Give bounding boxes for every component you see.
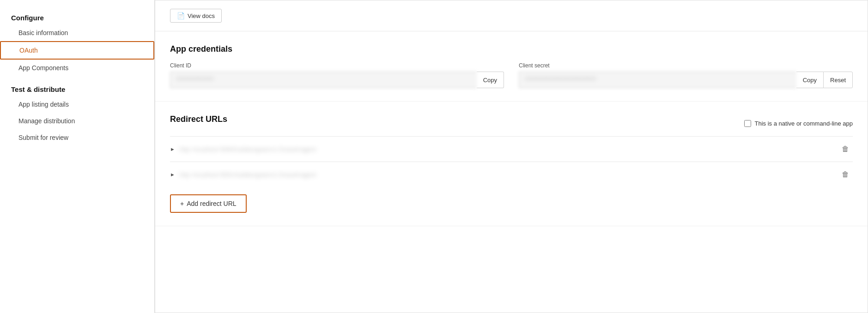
sidebar-item-app-components[interactable]: App Components <box>0 60 154 76</box>
main-content: 📄 View docs App credentials Client ID ••… <box>155 0 868 313</box>
redirect-url-item-1: ► http://localhost:5000/hubdesignee/v1.0… <box>170 136 853 162</box>
client-id-copy-button[interactable]: Copy <box>477 72 504 88</box>
client-secret-copy-button[interactable]: Copy <box>796 72 823 88</box>
plus-icon: + <box>180 200 184 207</box>
top-bar: 📄 View docs <box>155 0 868 31</box>
chevron-right-icon-1[interactable]: ► <box>170 146 175 152</box>
client-secret-field: Client secret ••••••••••••••••••••••••••… <box>519 62 853 88</box>
sidebar-item-oauth[interactable]: OAuth <box>0 41 154 60</box>
native-app-checkbox-row: This is a native or command-line app <box>744 120 853 127</box>
client-id-label: Client ID <box>170 62 504 69</box>
client-secret-value: •••••••••••••••••••••••••••••••••• <box>519 72 796 88</box>
client-id-value: •••••••••••••••••• <box>170 72 477 88</box>
sidebar-item-basic-information[interactable]: Basic information <box>0 24 154 41</box>
native-app-checkbox[interactable] <box>744 120 751 127</box>
client-id-field: Client ID •••••••••••••••••• Copy <box>170 62 504 88</box>
credentials-row: Client ID •••••••••••••••••• Copy Client… <box>170 62 853 88</box>
client-secret-reset-button[interactable]: Reset <box>823 72 853 88</box>
add-redirect-url-label: Add redirect URL <box>187 200 236 207</box>
redirect-header: Redirect URLs This is a native or comman… <box>170 114 853 132</box>
redirect-url-value-2: http://localhost:5001/hubdesignee/v1.0/o… <box>180 171 838 178</box>
redirect-url-value-1: http://localhost:5000/hubdesignee/v1.0/o… <box>180 146 838 153</box>
redirect-urls-title: Redirect URLs <box>170 114 227 124</box>
delete-url-button-2[interactable]: 🗑 <box>838 169 853 181</box>
native-app-label: This is a native or command-line app <box>755 120 853 127</box>
client-secret-label: Client secret <box>519 62 853 69</box>
configure-section-title: Configure <box>0 9 154 24</box>
client-id-input-row: •••••••••••••••••• Copy <box>170 72 504 88</box>
sidebar: Configure Basic information OAuth App Co… <box>0 0 155 313</box>
document-icon: 📄 <box>177 12 185 19</box>
sidebar-item-submit-for-review[interactable]: Submit for review <box>0 129 154 146</box>
app-credentials-section: App credentials Client ID ••••••••••••••… <box>155 31 868 102</box>
client-secret-input-row: •••••••••••••••••••••••••••••••••• Copy … <box>519 72 853 88</box>
chevron-right-icon-2[interactable]: ► <box>170 172 175 177</box>
add-redirect-url-button[interactable]: + Add redirect URL <box>170 194 247 213</box>
view-docs-button[interactable]: 📄 View docs <box>170 9 222 23</box>
credentials-title: App credentials <box>170 44 853 54</box>
redirect-urls-section: Redirect URLs This is a native or comman… <box>155 102 868 226</box>
sidebar-item-app-listing-details[interactable]: App listing details <box>0 96 154 113</box>
view-docs-label: View docs <box>188 12 215 19</box>
test-distribute-section-title: Test & distribute <box>0 81 154 96</box>
redirect-url-item-2: ► http://localhost:5001/hubdesignee/v1.0… <box>170 162 853 187</box>
delete-url-button-1[interactable]: 🗑 <box>838 143 853 155</box>
secret-buttons: Copy Reset <box>796 72 853 88</box>
sidebar-item-manage-distribution[interactable]: Manage distribution <box>0 113 154 129</box>
